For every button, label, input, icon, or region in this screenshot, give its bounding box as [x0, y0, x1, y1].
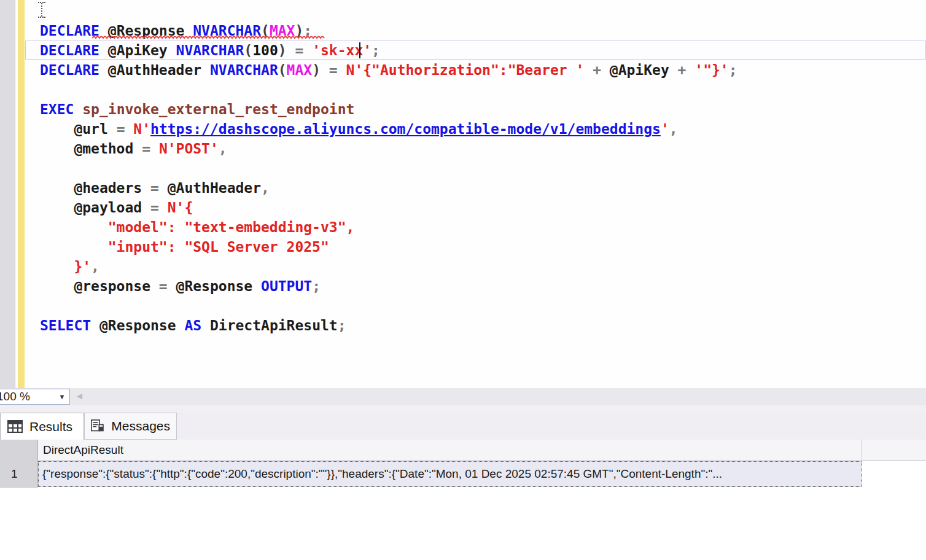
ibeam-mouse-cursor	[37, 2, 47, 18]
code-line: EXEC sp_invoke_external_rest_endpoint	[0, 99, 926, 119]
result-cell-json[interactable]: {"response":{"status":{"http":{"code":20…	[38, 461, 862, 487]
scroll-left-icon[interactable]: ◄	[75, 391, 84, 401]
code-line	[0, 296, 926, 316]
tab-results-label: Results	[29, 419, 72, 434]
code-line: "input": "SQL Server 2025"	[0, 237, 926, 257]
code-line	[0, 158, 926, 178]
hyperlink-url[interactable]: https://dashscope.aliyuncs.com/compatibl…	[150, 121, 661, 137]
column-header-directapiresult[interactable]: DirectApiResult	[38, 440, 862, 461]
code-line: @payload = N'{	[0, 198, 926, 217]
editor-bottom-bar: 100 % ▼ ◄	[0, 388, 926, 405]
code-line: DECLARE @ApiKey NVARCHAR(100) = 'sk-xx';	[0, 41, 926, 60]
chevron-down-icon[interactable]: ▼	[55, 393, 69, 400]
error-squiggle	[92, 36, 327, 40]
grid-corner-cell[interactable]	[0, 440, 38, 461]
tab-messages-label: Messages	[111, 419, 170, 434]
results-grid-icon	[7, 419, 23, 434]
sql-editor[interactable]: DECLARE @Response NVARCHAR(MAX);DECLARE …	[0, 0, 926, 388]
ssms-window: DECLARE @Response NVARCHAR(MAX);DECLARE …	[0, 0, 926, 560]
code-line: SELECT @Response AS DirectApiResult;	[0, 316, 926, 335]
code-line: @url = N'https://dashscope.aliyuncs.com/…	[0, 119, 926, 139]
sql-code[interactable]: DECLARE @Response NVARCHAR(MAX);DECLARE …	[0, 21, 926, 335]
editor-zoom-combo[interactable]: 100 % ▼	[0, 389, 70, 405]
results-tabbar: Results Messages	[0, 413, 926, 440]
code-line: @headers = @AuthHeader,	[0, 178, 926, 198]
code-line: @response = @Response OUTPUT;	[0, 276, 926, 296]
results-grid: DirectApiResult 1 {"response":{"status":…	[0, 440, 926, 560]
editor-zoom-value: 100 %	[0, 390, 55, 403]
code-line: DECLARE @AuthHeader NVARCHAR(MAX) = N'{"…	[0, 60, 926, 80]
tab-messages[interactable]: Messages	[84, 413, 177, 440]
results-splitter[interactable]	[0, 405, 926, 413]
grid-header-row: DirectApiResult	[0, 440, 926, 461]
code-line: }',	[0, 257, 926, 276]
text-caret	[359, 42, 360, 58]
code-line: "model": "text-embedding-v3",	[0, 217, 926, 237]
code-line	[0, 80, 926, 99]
messages-icon	[91, 418, 105, 434]
tab-results[interactable]: Results	[0, 413, 84, 440]
table-row: 1 {"response":{"status":{"http":{"code":…	[0, 461, 926, 488]
row-number[interactable]: 1	[0, 461, 38, 488]
code-line: @method = N'POST',	[0, 139, 926, 158]
